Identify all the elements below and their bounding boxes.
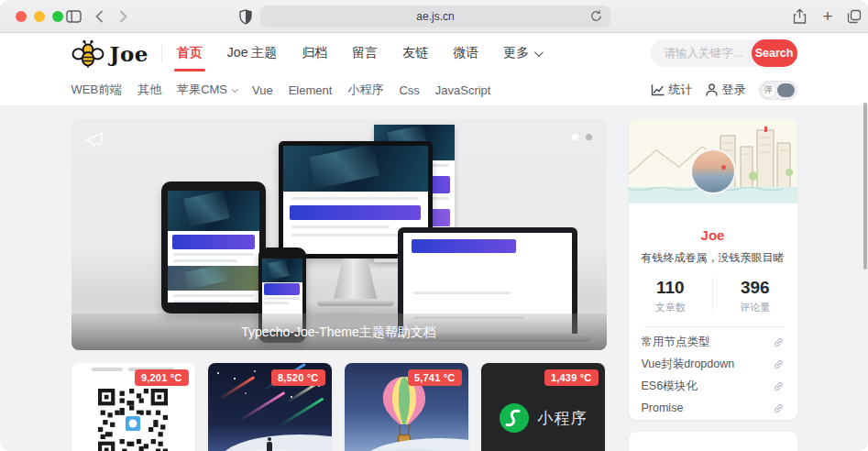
site-title: Joe (110, 41, 148, 66)
heat-badge: 5,741 °C (408, 369, 462, 386)
sidebar-toggle-icon[interactable] (64, 7, 82, 26)
nav-more-label: 更多 (503, 45, 529, 61)
tab-overview-icon[interactable] (845, 7, 863, 26)
category-maccms-label: 苹果CMS (177, 82, 227, 98)
share-icon[interactable] (790, 7, 808, 26)
silhouette-figure (267, 442, 272, 451)
author-motto: 有钱终成眷属，没钱亲眼目睹 (629, 250, 797, 266)
nav-weiyu[interactable]: 微语 (453, 33, 478, 73)
search-button[interactable]: Search (752, 39, 797, 67)
user-icon (706, 83, 718, 96)
sidebar: Joe 有钱终成眷属，没钱亲眼目睹 110 文章数 396 评论量 (629, 119, 797, 451)
login-label: 登录 (722, 82, 746, 98)
site-header: Joe 首页 Joe 主题 归档 留言 友链 微语 更多 Search (0, 33, 868, 73)
carousel-caption[interactable]: Typecho-Joe-Theme主题帮助文档 (71, 314, 607, 350)
link-icon (773, 358, 785, 370)
life-countdown-card: 人生倒计时 — (629, 432, 797, 451)
articles-label: 文章数 (629, 301, 713, 314)
hot-article-link[interactable]: 自行封装一个深拷贝的函数 (629, 419, 797, 420)
articles-count: 110 (629, 278, 713, 298)
main-column: Typecho-Joe-Theme主题帮助文档 (71, 119, 607, 451)
article-title: ES6模块化 (642, 379, 698, 394)
category-web-frontend[interactable]: WEB前端 (71, 82, 123, 98)
close-window-button[interactable] (16, 11, 27, 22)
nav-message[interactable]: 留言 (352, 33, 378, 73)
heat-badge: 8,520 °C (271, 369, 325, 386)
privacy-shield-icon[interactable] (236, 7, 255, 26)
category-javascript[interactable]: JavaScript (435, 83, 491, 97)
nav-archive[interactable]: 归档 (302, 33, 327, 73)
post-card-balloon[interactable]: 5,741 °C (345, 363, 468, 451)
minimize-window-button[interactable] (34, 11, 45, 22)
category-element[interactable]: Element (289, 83, 333, 97)
stat-articles: 110 文章数 (629, 278, 713, 314)
miniprogram-label: 小程序 (538, 408, 588, 429)
toggle-knob (777, 83, 795, 97)
hot-article-link[interactable]: Vue封装dropdown (629, 353, 797, 375)
post-card-row: 9,201 °C 8,520 °C (71, 363, 607, 451)
author-stats: 110 文章数 396 评论量 (629, 278, 797, 314)
chevron-down-icon (534, 48, 544, 57)
nav-joe-theme[interactable]: Joe 主题 (227, 33, 277, 73)
article-title: 常用节点类型 (642, 335, 710, 350)
hot-article-link[interactable]: 常用节点类型 (629, 331, 797, 353)
reload-icon[interactable] (589, 9, 603, 27)
category-vue[interactable]: Vue (252, 83, 273, 97)
link-icon (773, 380, 785, 392)
address-bar[interactable]: ae.js.cn (260, 6, 610, 28)
zoom-window-button[interactable] (52, 11, 63, 22)
category-css[interactable]: Css (399, 83, 419, 97)
browser-toolbar: ae.js.cn + (0, 0, 868, 33)
carousel-dot-active[interactable] (572, 134, 578, 140)
category-maccms[interactable]: 苹果CMS (177, 82, 236, 98)
post-card-qrcode[interactable]: 9,201 °C (71, 363, 195, 451)
carousel-dots[interactable] (572, 134, 592, 140)
popup-toggle[interactable]: 弹 (759, 81, 797, 100)
chevron-down-icon (232, 86, 238, 93)
heat-badge: 1,439 °C (544, 369, 599, 386)
qr-code (98, 389, 168, 451)
main-nav: 首页 Joe 主题 归档 留言 友链 微语 更多 (177, 33, 541, 73)
chart-line-icon (651, 84, 665, 96)
nav-home[interactable]: 首页 (177, 33, 203, 73)
link-icon (773, 402, 785, 414)
stars (217, 372, 219, 374)
tablet-mockup (161, 182, 266, 314)
article-title: Vue封装dropdown (642, 357, 735, 372)
category-other[interactable]: 其他 (137, 82, 161, 98)
divider (161, 44, 162, 62)
scrollbar-thumb[interactable] (863, 103, 867, 270)
forward-icon[interactable] (114, 7, 132, 26)
author-card: Joe 有钱终成眷属，没钱亲眼目睹 110 文章数 396 评论量 (629, 119, 797, 420)
stats-link[interactable]: 统计 (651, 82, 693, 98)
new-tab-icon[interactable]: + (819, 7, 837, 26)
bee-logo-icon (71, 38, 104, 69)
monitor-stand (334, 258, 378, 301)
comments-count: 396 (713, 278, 797, 298)
hot-article-link[interactable]: Promise (629, 397, 797, 419)
paper-plane-icon (84, 131, 104, 153)
category-nav: WEB前端 其他 苹果CMS Vue Element 小程序 Css JavaS… (0, 73, 868, 106)
hero-carousel[interactable]: Typecho-Joe-Theme主题帮助文档 (71, 119, 607, 350)
stats-label: 统计 (669, 82, 693, 98)
heat-badge: 9,201 °C (135, 369, 189, 386)
nav-friends[interactable]: 友链 (402, 33, 428, 73)
page-content: Typecho-Joe-Theme主题帮助文档 (0, 106, 868, 451)
post-card-meteors[interactable]: 8,520 °C (208, 363, 332, 451)
back-icon[interactable] (90, 7, 108, 26)
popup-toggle-badge: 弹 (761, 82, 776, 98)
login-link[interactable]: 登录 (706, 82, 746, 98)
author-name[interactable]: Joe (629, 227, 797, 243)
browser-window: ae.js.cn + (0, 0, 868, 451)
category-miniprogram[interactable]: 小程序 (347, 82, 383, 98)
hot-article-link[interactable]: ES6模块化 (629, 375, 797, 397)
stat-comments: 396 评论量 (712, 278, 797, 314)
avatar[interactable] (690, 148, 736, 194)
comments-label: 评论量 (713, 301, 797, 314)
site-logo[interactable]: Joe (71, 38, 148, 69)
divider (642, 326, 785, 327)
carousel-dot[interactable] (586, 134, 592, 140)
post-card-miniprogram[interactable]: 小程序 1,439 °C (481, 363, 605, 451)
url-text: ae.js.cn (416, 10, 454, 23)
nav-more[interactable]: 更多 (503, 33, 541, 73)
